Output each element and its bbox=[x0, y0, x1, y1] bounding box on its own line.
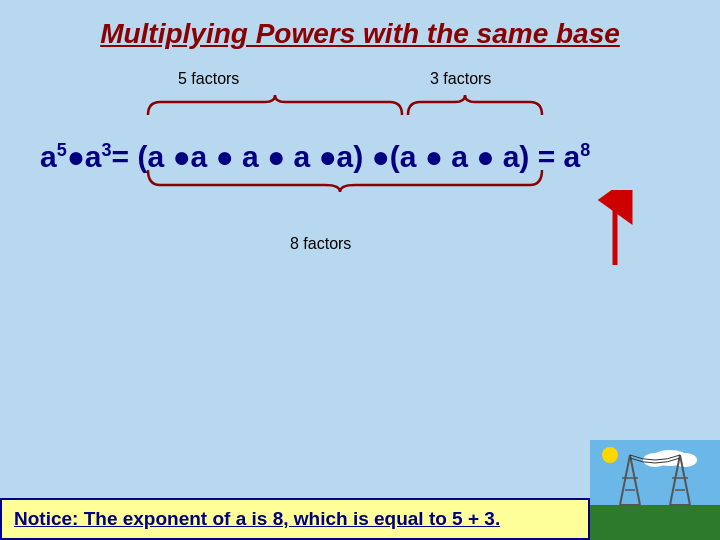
notice-text: Notice: The exponent of a is 8, which is… bbox=[14, 508, 500, 529]
equation-left: a5●a3= bbox=[40, 140, 137, 174]
three-factors-label: 3 factors bbox=[430, 70, 491, 88]
power-tower-image bbox=[590, 440, 720, 540]
equation-row: a5●a3= (a ●a ● a ● a ●a) ●(a ● a ● a) = … bbox=[40, 140, 590, 174]
page-title: Multiplying Powers with the same base bbox=[0, 0, 720, 50]
eight-factors-label: 8 factors bbox=[290, 235, 351, 253]
main-content-area: 5 factors 3 factors a5●a3= (a ●a ● a ● a… bbox=[0, 60, 720, 340]
five-factors-label: 5 factors bbox=[178, 70, 239, 88]
svg-point-3 bbox=[602, 447, 618, 463]
tower-svg bbox=[590, 440, 720, 540]
svg-rect-7 bbox=[590, 505, 720, 540]
equation-expansion: (a ●a ● a ● a ●a) ●(a ● a ● a) bbox=[137, 140, 537, 174]
red-arrow-icon bbox=[590, 190, 640, 270]
notice-box: Notice: The exponent of a is 8, which is… bbox=[0, 498, 590, 540]
equation-result: = a8 bbox=[538, 140, 591, 174]
svg-point-6 bbox=[673, 453, 697, 467]
